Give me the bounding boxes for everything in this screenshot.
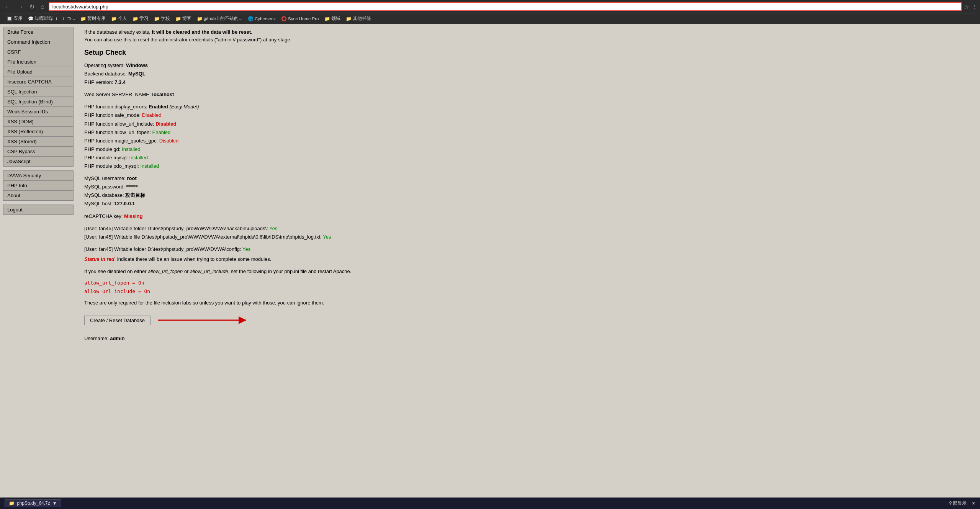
safe-mode-line: PHP function safe_mode: Disabled (84, 111, 972, 119)
bookmark-icon: 📁 (80, 16, 86, 21)
svg-marker-1 (239, 316, 246, 324)
bookmark-label: 个人 (118, 16, 127, 21)
code-line1: allow_url_fopen = On (84, 279, 972, 287)
bookmark-label: Sync Home Pro (288, 16, 319, 21)
bookmark-label: 应用 (13, 16, 23, 21)
sidebar-item-csrf[interactable]: CSRF (3, 47, 74, 57)
sidebar-item-file-inclusion[interactable]: File Inclusion (3, 57, 74, 67)
db-line: Backend database: MySQL (84, 70, 972, 78)
db-label: Backend database: (84, 71, 127, 77)
sidebar-item-command-injection[interactable]: Command Injection (3, 37, 74, 47)
display-errors-label: PHP function display_errors: (84, 104, 147, 110)
bookmark-icon: 🌐 (248, 16, 254, 21)
optional-notice: These are only required for the file inc… (84, 299, 972, 307)
bookmark-label: 暂时有用 (87, 16, 106, 21)
back-button[interactable]: ← (3, 3, 13, 11)
os-line: Operating system: Windows (84, 61, 972, 70)
sidebar-item-file-upload[interactable]: File Upload (3, 67, 74, 77)
sidebar-item-logout[interactable]: Logout (3, 205, 74, 215)
sidebar-item-dvwa-security[interactable]: DVWA Security (3, 170, 74, 180)
writable-folder2-line: [User: fan45] Writable folder D:\test\ph… (84, 245, 972, 254)
menu-icon[interactable]: ⋮ (972, 4, 977, 10)
disabled-notice: If you see disabled on either allow_url_… (84, 267, 972, 276)
bookmark-item[interactable]: 📁暂时有用 (79, 15, 108, 22)
create-reset-area: Create / Reset Database (84, 313, 972, 328)
intro-line2: You can also use this to reset the admin… (84, 37, 291, 43)
writable-file1-text: [User: fan45] Writable file D:\test\phps… (84, 234, 322, 240)
bookmark-label: 领域 (331, 16, 340, 21)
create-reset-button[interactable]: Create / Reset Database (84, 316, 151, 325)
display-errors-note: (Easy Mode!) (169, 104, 199, 110)
bookmark-item[interactable]: 🔲应用 (5, 15, 25, 22)
recaptcha-value: Missing (124, 213, 142, 219)
forward-button[interactable]: → (15, 3, 25, 11)
bookmark-icon: 📁 (346, 16, 352, 21)
os-label: Operating system: (84, 62, 125, 68)
address-bar[interactable] (49, 2, 962, 11)
status-red-line: Status in red, indicate there will be an… (84, 255, 972, 264)
allow-url-fopen-value: Enabled (152, 129, 171, 135)
sidebar-item-javascript[interactable]: JavaScript (3, 156, 74, 167)
intro-text: If the database already exists, it will … (84, 28, 972, 43)
show-all-label[interactable]: 全部显示 (948, 501, 967, 502)
module-gd-label: PHP module gd: (84, 146, 120, 152)
bookmark-item[interactable]: 📁github上的不错的... (195, 15, 244, 22)
browser-chrome: ← → ↻ ⌂ ☆ ⋮ 🔲应用💬哔哔哔哔（ˇ-ˇ）つ...📁暂时有用📁个人📁学习… (0, 0, 980, 24)
bookmark-item[interactable]: 📁个人 (109, 15, 129, 22)
star-icon[interactable]: ☆ (964, 4, 969, 10)
reload-button[interactable]: ↻ (28, 2, 36, 11)
sidebar-item-sql-injection[interactable]: SQL Injection (3, 87, 74, 97)
bookmark-item[interactable]: 📁博客 (173, 15, 193, 22)
sidebar-item-brute-force[interactable]: Brute Force (3, 27, 74, 37)
safe-mode-value: Disabled (142, 112, 162, 118)
module-pdo-value: Installed (140, 163, 159, 169)
sidebar-item-csp-bypass[interactable]: CSP Bypass (3, 146, 74, 156)
bookmark-item[interactable]: 📁其他书签 (344, 15, 373, 22)
bookmark-item[interactable]: 📁学校 (152, 15, 172, 22)
sidebar-item-php-info[interactable]: PHP Info (3, 180, 74, 190)
sidebar-item-insecure-captcha[interactable]: Insecure CAPTCHA (3, 77, 74, 87)
bookmark-item[interactable]: 💬哔哔哔哔（ˇ-ˇ）つ... (26, 15, 77, 22)
writable-file1-status: Yes (323, 234, 331, 240)
bookmarks-bar: 🔲应用💬哔哔哔哔（ˇ-ˇ）つ...📁暂时有用📁个人📁学习📁学校📁博客📁githu… (3, 13, 977, 24)
bookmark-icon: 📁 (197, 16, 203, 21)
module-gd-value: Installed (122, 146, 140, 152)
taskbar-dropdown-icon: ▼ (52, 501, 57, 502)
module-mysql-value: Installed (129, 155, 148, 160)
sidebar-item-xss-reflected[interactable]: XSS (Reflected) (3, 126, 74, 136)
bookmark-icon: ⭕ (281, 16, 287, 21)
safe-mode-label: PHP function safe_mode: (84, 112, 141, 118)
sidebar-item-about[interactable]: About (3, 190, 74, 201)
recaptcha-line: reCAPTCHA key: Missing (84, 212, 972, 221)
home-button[interactable]: ⌂ (39, 3, 46, 11)
php-value: 7.3.4 (115, 79, 126, 85)
mysql-user-line: MySQL username: root (84, 174, 972, 183)
sidebar-item-sql-injection-blind[interactable]: SQL Injection (Blind) (3, 97, 74, 106)
sidebar-item-xss-stored[interactable]: XSS (Stored) (3, 136, 74, 146)
mysql-host-value: 127.0.0.1 (114, 201, 135, 206)
bookmark-label: 哔哔哔哔（ˇ-ˇ）つ... (35, 16, 75, 21)
close-taskbar-icon[interactable]: ✕ (972, 501, 975, 502)
bookmark-item[interactable]: ⭕Sync Home Pro (279, 15, 321, 22)
bookmark-item[interactable]: 🌐Cyberseek (246, 15, 278, 22)
sidebar-nav: Brute ForceCommand InjectionCSRFFile Inc… (3, 27, 74, 167)
intro-line1: If the database already exists, it will … (84, 29, 252, 35)
bookmark-item[interactable]: 📁领域 (322, 15, 342, 22)
username-section: Username: admin (84, 336, 972, 341)
bookmark-item[interactable]: 📁学习 (131, 15, 151, 22)
sidebar-item-xss-dom[interactable]: XSS (DOM) (3, 116, 74, 126)
writable-folder1-text: [User: fan45] Writable folder D:\test\ph… (84, 226, 268, 231)
optional-notice-text: These are only required for the file inc… (84, 300, 324, 306)
bookmark-label: Cyberseek (255, 16, 276, 21)
sidebar-item-weak-session-ids[interactable]: Weak Session IDs (3, 106, 74, 116)
bookmark-label: 学校 (161, 16, 170, 21)
server-name-line: Web Server SERVER_NAME: localhost (84, 90, 972, 99)
writable-folder2-text: [User: fan45] Writable folder D:\test\ph… (84, 246, 241, 252)
allow-url-fopen-line: PHP function allow_url_fopen: Enabled (84, 128, 972, 137)
server-name-label: Web Server SERVER_NAME: (84, 92, 151, 97)
taskbar-item[interactable]: 📁 phpStudy_64.7z ▼ (5, 499, 61, 502)
mysql-db-value: 攻击目标 (125, 192, 145, 198)
server-name-value: localhost (152, 92, 174, 97)
browser-top-bar: ← → ↻ ⌂ ☆ ⋮ (3, 2, 977, 11)
mysql-db-line: MySQL database: 攻击目标 (84, 191, 972, 200)
